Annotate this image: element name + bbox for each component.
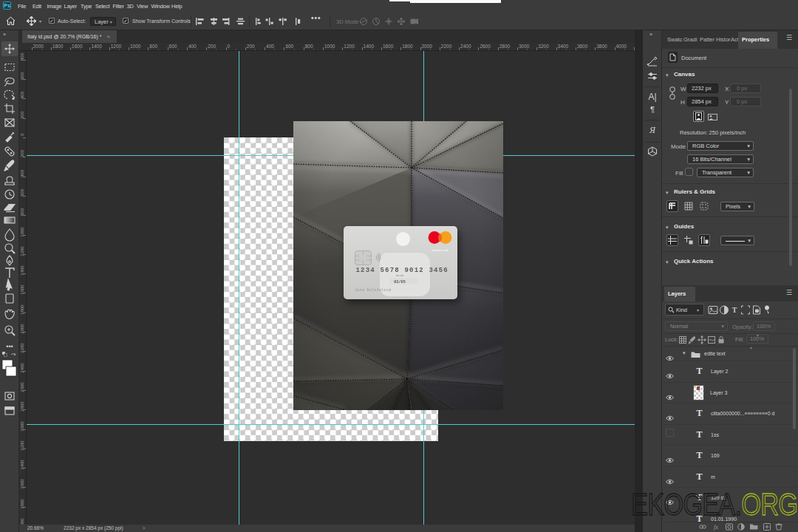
svg-text:03-05: 03-05 bbox=[396, 274, 403, 277]
svg-text:1234 5678 9012 3456: 1234 5678 9012 3456 bbox=[356, 267, 449, 274]
svg-text:mastercard: mastercard bbox=[432, 248, 449, 252]
svg-text:03/05: 03/05 bbox=[394, 280, 406, 284]
svg-text:Я: Я bbox=[649, 125, 656, 135]
svg-text:Jana Doležalová: Jana Doležalová bbox=[355, 288, 392, 293]
svg-text:fx: fx bbox=[714, 524, 718, 531]
svg-text:¶: ¶ bbox=[650, 105, 655, 114]
svg-text:•••: ••• bbox=[6, 343, 13, 350]
svg-text:A|: A| bbox=[648, 92, 656, 102]
